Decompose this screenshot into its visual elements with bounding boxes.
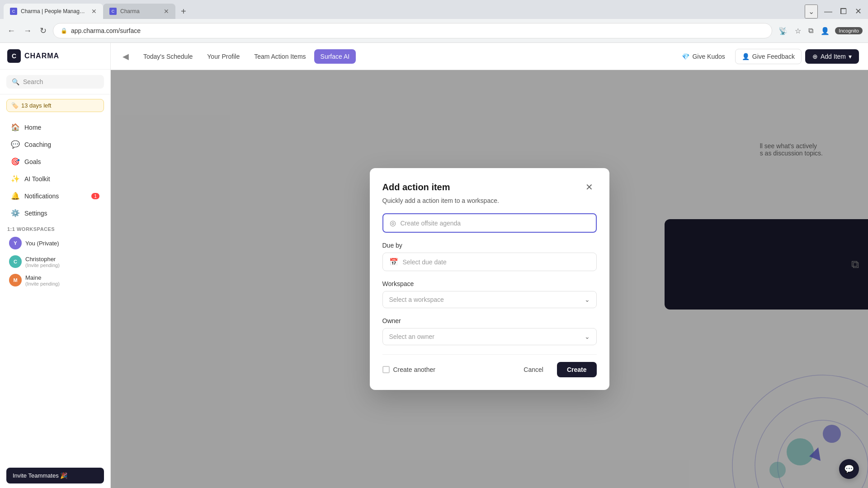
modal-close-button[interactable]: ✕ [582,181,597,193]
sidebar-item-settings-label: Settings [24,210,99,217]
collapse-sidebar-button[interactable]: ◀ [120,49,132,64]
reload-button[interactable]: ↻ [38,24,48,38]
forward-button[interactable]: → [22,24,33,38]
give-feedback-button[interactable]: 👤 Give Feedback [735,49,802,64]
days-badge-icon: 🏷️ [11,102,19,109]
workspace-dropdown[interactable]: Select a workspace ⌄ [382,291,597,308]
modal-header: Add action item ✕ [382,181,597,193]
give-kudos-label: Give Kudos [692,53,725,60]
calendar-icon: 📅 [389,258,398,266]
nav-team-action-items[interactable]: Team Action Items [248,49,312,64]
workspace-sub-maine: (Invite pending) [25,281,60,286]
owner-dropdown-placeholder: Select an owner [389,333,434,340]
create-button[interactable]: Create [557,362,597,377]
sidebar-nav: 🏠 Home 💬 Coaching 🎯 Goals ✨ AI Toolkit 🔔… [0,115,110,463]
invite-button-label: Invite Teammates 🎉 [13,472,67,479]
incognito-badge: Incognito [835,27,863,34]
maximize-button[interactable]: ⧠ [837,6,850,17]
search-placeholder: Search [23,78,43,85]
notifications-icon: 🔔 [11,192,20,200]
browser-tab-2[interactable]: C Charma ✕ [103,4,175,19]
workspace-item-maine[interactable]: M Maine (Invite pending) [3,271,108,289]
add-action-item-modal: Add action item ✕ Quickly add a action i… [370,168,609,390]
give-feedback-icon: 👤 [742,53,750,60]
avatar-maine: M [9,274,22,286]
sidebar-item-notifications[interactable]: 🔔 Notifications 1 [4,188,107,204]
owner-label: Owner [382,317,597,324]
invite-teammates-button[interactable]: Invite Teammates 🎉 [6,468,104,483]
create-another-label[interactable]: Create another [382,366,510,373]
nav-your-profile[interactable]: Your Profile [201,49,246,64]
tab2-favicon: C [109,8,117,15]
home-icon: 🏠 [11,123,20,131]
minimize-button[interactable]: — [821,6,835,17]
modal-footer: Create another Cancel Create [382,354,597,377]
sidebar-item-home[interactable]: 🏠 Home [4,119,107,136]
url-text: app.charma.com/surface [71,27,141,34]
due-by-label: Due by [382,242,597,249]
workspace-sub-christopher: (Invite pending) [25,263,60,268]
workspace-info-private: You (Private) [25,240,59,247]
logo: C CHARMA [0,43,110,70]
owner-dropdown[interactable]: Select an owner ⌄ [382,328,597,345]
add-item-label: Add Item [821,53,846,60]
nav-surface-ai[interactable]: Surface AI [314,49,356,64]
workspace-name-maine: Maine [25,274,60,281]
settings-icon: ⚙️ [11,209,20,217]
chat-bubble-button[interactable]: 💬 [839,459,859,479]
tab-overflow-button[interactable]: ⌄ [805,5,818,19]
search-box[interactable]: 🔍 Search [6,75,104,89]
cast-button[interactable]: 📡 [777,25,789,37]
top-nav-actions: 💎 Give Kudos 👤 Give Feedback ⊕ Add Item … [675,49,859,64]
goals-icon: 🎯 [11,157,20,166]
workspace-info-maine: Maine (Invite pending) [25,274,60,286]
coaching-icon: 💬 [11,140,20,149]
bookmark-button[interactable]: ☆ [793,25,803,37]
sidebar-item-settings[interactable]: ⚙️ Settings [4,205,107,221]
chat-bubble-icon: 💬 [844,464,854,474]
create-another-checkbox[interactable] [382,366,390,373]
tab2-close[interactable]: ✕ [164,8,169,15]
create-another-text: Create another [393,366,435,373]
cancel-button[interactable]: Cancel [515,362,552,377]
owner-chevron-icon: ⌄ [585,333,590,340]
sidebar-item-ai-toolkit[interactable]: ✨ AI Toolkit [4,170,107,187]
workspace-label: Workspace [382,280,597,287]
search-icon: 🔍 [12,78,19,85]
give-kudos-button[interactable]: 💎 Give Kudos [675,49,731,64]
days-badge-text: 13 days left [21,102,52,109]
action-item-input[interactable] [401,220,590,227]
address-bar[interactable]: 🔒 app.charma.com/surface [53,23,772,38]
sidebar-item-goals[interactable]: 🎯 Goals [4,153,107,170]
ai-toolkit-icon: ✨ [11,174,20,183]
tab1-favicon: C [10,8,17,15]
extension-button[interactable]: ⧉ [807,25,815,37]
workspace-item-private[interactable]: Y You (Private) [3,234,108,252]
tab1-close[interactable]: ✕ [91,8,97,15]
browser-tab-1[interactable]: C Charma | People Management S... ✕ [4,4,103,19]
new-tab-button[interactable]: + [177,5,190,19]
due-date-field[interactable]: 📅 Select due date [382,253,597,271]
notifications-badge: 1 [91,193,99,199]
back-button[interactable]: ← [5,24,17,38]
sidebar-item-coaching[interactable]: 💬 Coaching [4,136,107,153]
nav-todays-schedule[interactable]: Today's Schedule [137,49,199,64]
workspace-chevron-icon: ⌄ [585,296,590,303]
workspace-info-christopher: Christopher (Invite pending) [25,256,60,268]
action-input-check-icon: ◎ [390,219,396,227]
workspace-name-christopher: Christopher [25,256,60,263]
workspace-item-christopher[interactable]: C Christopher (Invite pending) [3,253,108,271]
avatar-private: Y [9,237,22,249]
give-feedback-label: Give Feedback [752,53,795,60]
modal-overlay[interactable]: Add action item ✕ Quickly add a action i… [111,70,868,488]
profile-button[interactable]: 👤 [819,25,831,37]
avatar-christopher: C [9,255,22,268]
close-button[interactable]: ✕ [852,5,864,17]
modal-subtitle: Quickly add a action item to a workspace… [382,197,597,204]
tab1-title: Charma | People Management S... [21,8,88,14]
sidebar-item-home-label: Home [24,124,99,131]
add-item-button[interactable]: ⊕ Add Item ▾ [805,49,859,64]
action-input-wrapper[interactable]: ◎ [382,213,597,233]
modal-title: Add action item [382,182,450,192]
sidebar-item-ai-toolkit-label: AI Toolkit [24,175,99,183]
